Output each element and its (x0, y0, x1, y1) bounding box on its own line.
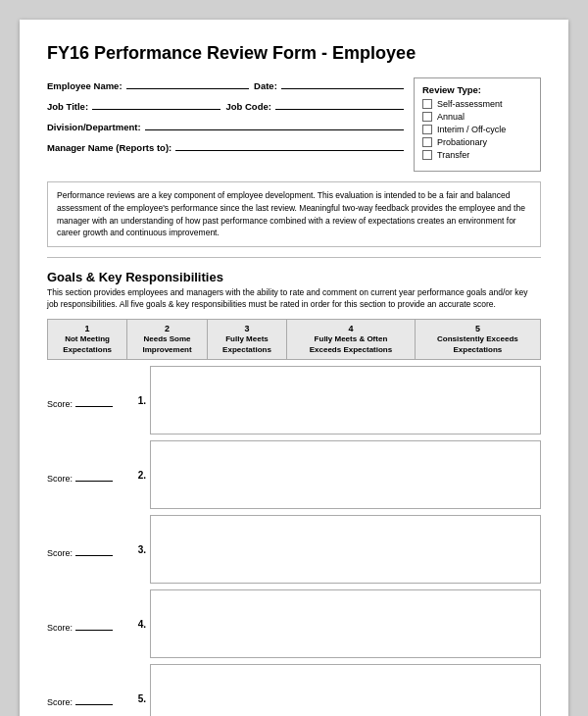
score-area-5: Score: (47, 664, 130, 710)
goal-row-1: Score: 1. (47, 366, 541, 435)
col-header-4: 4 Fully Meets & OftenExceeds Expectation… (287, 319, 416, 359)
manager-field[interactable] (175, 139, 404, 151)
intro-text: Performance reviews are a key component … (47, 181, 541, 247)
checkbox-transfer: Transfer (422, 150, 530, 160)
score-input-1[interactable] (75, 395, 113, 407)
score-label-row-3: Score: (47, 544, 113, 558)
goal-row-4: Score: 4. (47, 589, 541, 658)
goal-number-4: 4. (130, 619, 146, 630)
checkbox-self-assessment-label: Self-assessment (437, 99, 503, 109)
page: FY16 Performance Review Form - Employee … (20, 20, 568, 716)
score-input-3[interactable] (75, 544, 113, 556)
score-input-4[interactable] (75, 619, 113, 631)
col-header-1: 1 Not MeetingExpectations (48, 319, 127, 359)
goal-box-4[interactable] (150, 589, 541, 658)
date-label: Date: (254, 80, 277, 91)
goal-row-2: Score: 2. (47, 440, 541, 509)
goal-box-5[interactable] (150, 664, 541, 716)
score-area-4: Score: (47, 589, 130, 636)
checkbox-self-assessment-input[interactable] (422, 99, 432, 109)
score-label-4: Score: (47, 623, 73, 633)
fields-left: Employee Name: Date: Job Title: Job Code… (47, 77, 414, 160)
goal-box-2[interactable] (150, 440, 541, 509)
goal-box-1[interactable] (150, 366, 541, 435)
col-header-2: 2 Needs SomeImprovement (127, 319, 208, 359)
checkbox-interim: Interim / Off-cycle (422, 125, 530, 134)
col-num-3: 3 (211, 324, 283, 335)
divider (47, 257, 541, 258)
checkbox-probationary-input[interactable] (422, 137, 432, 147)
division-label: Division/Department: (47, 122, 141, 132)
employee-name-row: Employee Name: Date: (47, 77, 404, 91)
goal-number-2: 2. (130, 470, 146, 481)
checkbox-annual-label: Annual (437, 112, 465, 122)
col-num-1: 1 (51, 324, 123, 335)
employee-name-label: Employee Name: (47, 80, 122, 91)
goal-number-5: 5. (130, 693, 146, 704)
page-title: FY16 Performance Review Form - Employee (47, 43, 541, 64)
score-label-row-1: Score: (47, 395, 113, 409)
checkbox-probationary: Probationary (422, 137, 530, 147)
goal-row-3: Score: 3. (47, 515, 541, 584)
review-type-box: Review Type: Self-assessment Annual Inte… (414, 77, 541, 172)
score-label-2: Score: (47, 474, 73, 484)
manager-row: Manager Name (Reports to): (47, 139, 404, 153)
job-title-label: Job Title: (47, 101, 88, 112)
goal-box-3[interactable] (150, 515, 541, 584)
col-header-5: 5 Consistently ExceedsExpectations (415, 319, 540, 359)
col-num-4: 4 (290, 324, 412, 335)
score-area-2: Score: (47, 440, 130, 486)
date-field[interactable] (281, 77, 404, 89)
score-table: 1 Not MeetingExpectations 2 Needs SomeIm… (47, 319, 541, 360)
division-row: Division/Department: (47, 119, 404, 132)
checkbox-annual: Annual (422, 112, 530, 122)
score-input-5[interactable] (75, 693, 113, 705)
score-label-1: Score: (47, 399, 73, 409)
goal-row-5: Score: 5. (47, 664, 541, 716)
score-label-3: Score: (47, 548, 73, 558)
checkbox-self-assessment: Self-assessment (422, 99, 530, 109)
score-area-1: Score: (47, 366, 130, 412)
job-title-field[interactable] (92, 98, 220, 110)
checkbox-transfer-input[interactable] (422, 150, 432, 160)
checkbox-transfer-label: Transfer (437, 150, 469, 160)
col-num-2: 2 (130, 324, 204, 335)
col-num-5: 5 (418, 324, 537, 335)
checkbox-probationary-label: Probationary (437, 137, 487, 147)
score-label-row-5: Score: (47, 693, 113, 707)
goals-section-title: Goals & Key Responsibilities (47, 270, 541, 284)
checkbox-interim-label: Interim / Off-cycle (437, 125, 506, 134)
header-section: Employee Name: Date: Job Title: Job Code… (47, 77, 541, 172)
goals-section-subtitle: This section provides employees and mana… (47, 287, 541, 311)
checkbox-annual-input[interactable] (422, 112, 432, 122)
job-code-field[interactable] (275, 98, 404, 110)
goal-number-1: 1. (130, 395, 146, 406)
employee-name-field[interactable] (126, 77, 249, 89)
score-input-2[interactable] (75, 470, 113, 482)
goal-number-3: 3. (130, 544, 146, 555)
manager-label: Manager Name (Reports to): (47, 142, 172, 153)
review-type-title: Review Type: (422, 84, 530, 95)
score-label-row-4: Score: (47, 619, 113, 633)
score-area-3: Score: (47, 515, 130, 561)
score-label-5: Score: (47, 697, 73, 707)
checkbox-interim-input[interactable] (422, 125, 432, 134)
job-code-label: Job Code: (225, 101, 270, 112)
col-header-3: 3 Fully MeetsExpectations (207, 319, 286, 359)
job-title-row: Job Title: Job Code: (47, 98, 404, 112)
score-label-row-2: Score: (47, 470, 113, 484)
division-field[interactable] (145, 119, 404, 130)
